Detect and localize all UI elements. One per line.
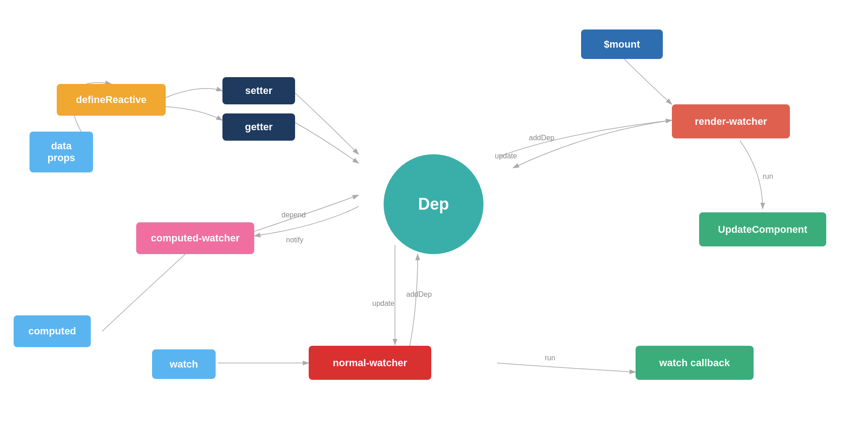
define-reactive-node: defineReactive [57, 84, 166, 116]
computed-label: computed [28, 325, 76, 337]
watch-node: watch [152, 349, 216, 379]
watch-callback-label: watch callback [659, 357, 730, 369]
label-run1: run [763, 172, 773, 181]
label-update2: update [372, 299, 395, 308]
setter-label: setter [245, 85, 272, 97]
label-notify: notify [286, 236, 303, 244]
update-component-label: UpdateComponent [718, 224, 808, 236]
getter-label: getter [245, 121, 272, 133]
computed-watcher-node: computed-watcher [136, 222, 254, 254]
render-watcher-node: render-watcher [672, 104, 790, 138]
mount-node: $mount [581, 29, 663, 59]
dep-node: Dep [384, 154, 483, 254]
normal-watcher-node: normal-watcher [309, 346, 431, 380]
label-run2: run [545, 354, 555, 362]
label-depend: depend [281, 211, 306, 219]
watch-callback-node: watch callback [636, 346, 754, 380]
mount-label: $mount [604, 39, 640, 50]
label-adddep1: addDep [529, 134, 554, 142]
label-adddep2: addDep [406, 290, 432, 299]
getter-node: getter [222, 113, 295, 141]
update-component-node: UpdateComponent [699, 212, 826, 246]
setter-node: setter [222, 77, 295, 104]
diagram-container: addDep update depend notify update addDe… [0, 0, 868, 422]
watch-label: watch [170, 358, 198, 370]
render-watcher-label: render-watcher [695, 116, 767, 128]
data-props-label: data props [47, 140, 75, 164]
data-props-node: data props [30, 132, 93, 172]
label-update1: update [495, 152, 517, 160]
normal-watcher-label: normal-watcher [333, 357, 407, 369]
computed-node: computed [14, 315, 91, 347]
computed-watcher-label: computed-watcher [151, 232, 240, 244]
dep-label: Dep [418, 195, 449, 214]
define-reactive-label: defineReactive [76, 94, 146, 106]
